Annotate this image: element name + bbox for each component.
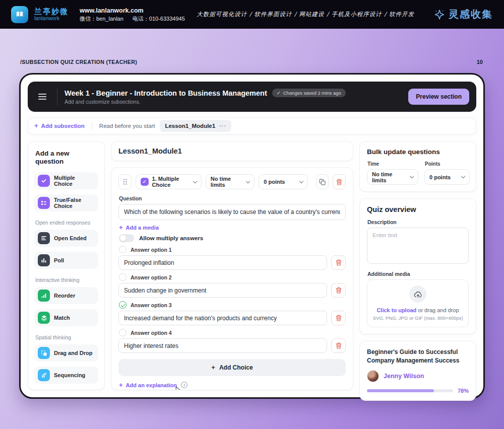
- add-explanation-label: Add an explanation: [126, 382, 177, 388]
- add-media-link[interactable]: + Add a media: [119, 225, 346, 231]
- allow-multiple-toggle[interactable]: [119, 234, 134, 242]
- answer-option-block: Answer option 4: [118, 329, 346, 353]
- correct-answer-radio[interactable]: [119, 329, 127, 336]
- answer-option-label: Answer option 1: [131, 247, 172, 253]
- answer-option-block: Answer option 1: [118, 246, 346, 270]
- info-icon: i: [181, 382, 187, 388]
- promo-topbar: 兰亭妙微 lanlanwork www.lanlanwork.com 微信：be…: [0, 0, 504, 29]
- section-title: Week 1 - Beginner - Introduction to Busi…: [65, 89, 267, 97]
- delete-question-button[interactable]: [333, 174, 346, 189]
- section-header: Week 1 - Beginner - Introduction to Busi…: [28, 82, 476, 112]
- right-rail: Bulk update questions Time No time limit…: [359, 141, 476, 390]
- sidebar-section-spatial: Spatial thinking: [35, 334, 98, 340]
- add-choice-button[interactable]: + Add Choice: [118, 359, 346, 376]
- points-label: Points: [425, 161, 470, 167]
- sidebar-item-poll[interactable]: Poll: [34, 252, 98, 269]
- collection-logo: 灵感收集: [433, 8, 493, 21]
- sidebar-item-label: Reorder: [54, 293, 75, 299]
- preview-section-button[interactable]: Preview section: [408, 89, 469, 105]
- contact-block: www.lanlanwork.com 微信：ben_lanlan 电话：010-…: [80, 7, 185, 23]
- avatar: [367, 370, 379, 382]
- chevron-down-icon: [461, 174, 465, 178]
- brand-name-cn: 兰亭妙微: [34, 8, 69, 16]
- chevron-down-icon: [410, 174, 414, 178]
- drag-box-icon: [38, 347, 50, 359]
- correct-answer-radio[interactable]: [119, 246, 127, 253]
- duplicate-question-button[interactable]: [316, 174, 329, 189]
- check-square-icon: ✓: [141, 178, 149, 186]
- delete-option-button[interactable]: [331, 255, 346, 270]
- add-explanation-link[interactable]: + Add an explanation i: [119, 382, 346, 388]
- progress-bar: [367, 389, 453, 392]
- question-type-sidebar: Add a new question Multiple Choice True/…: [28, 141, 105, 390]
- layers-icon: [38, 312, 50, 324]
- tab-read-before-you-start[interactable]: Read before you start: [99, 123, 155, 129]
- answer-option-input[interactable]: [118, 311, 327, 325]
- delete-option-button[interactable]: [331, 311, 346, 325]
- question-type-select[interactable]: ✓ 1. Multiple Choice: [136, 174, 202, 189]
- check-square-icon: [38, 175, 50, 187]
- sidebar-item-true-false[interactable]: True/False Choice: [34, 194, 98, 211]
- progress-label: 78%: [458, 388, 469, 394]
- plus-icon: +: [119, 225, 123, 230]
- media-upload-dropzone[interactable]: Click to upload or drag and drop SVG, PN…: [367, 279, 469, 327]
- add-choice-label: Add Choice: [219, 364, 253, 371]
- question-input[interactable]: [118, 204, 346, 220]
- quiz-overview-title: Quiz overview: [367, 205, 469, 213]
- bulk-update-card: Bulk update questions Time No time limit…: [359, 141, 476, 192]
- tab-lesson1-module1[interactable]: Lesson1_Module1 ···: [160, 120, 231, 132]
- delete-option-button[interactable]: [331, 283, 346, 298]
- correct-answer-radio[interactable]: [119, 273, 127, 281]
- sidebar-item-label: Open Ended: [54, 235, 87, 241]
- answer-option-input[interactable]: [118, 283, 327, 298]
- sidebar-item-reorder[interactable]: Reorder: [34, 287, 98, 304]
- points-select[interactable]: 0 points: [259, 174, 308, 189]
- description-textarea[interactable]: [367, 228, 469, 264]
- wechat-contact: 微信：ben_lanlan: [80, 15, 123, 23]
- plus-icon: +: [34, 123, 38, 128]
- bulk-time-select[interactable]: No time limits: [367, 169, 418, 185]
- add-subsection-button[interactable]: + Add subsection: [34, 123, 85, 129]
- sidebar-item-open-ended[interactable]: Open Ended: [34, 230, 98, 247]
- sidebar-item-label: Poll: [54, 257, 64, 263]
- course-title: Beginner's Guide to Successful Company M…: [367, 348, 469, 365]
- page-number: 10: [477, 59, 483, 65]
- sidebar-item-label: Match: [54, 315, 70, 321]
- check-icon: ✓: [277, 90, 281, 96]
- collection-label: 灵感收集: [449, 8, 493, 21]
- app-window: Week 1 - Beginner - Introduction to Busi…: [19, 73, 485, 399]
- click-to-upload-link[interactable]: Click to upload: [376, 307, 416, 313]
- delete-option-button[interactable]: [331, 338, 346, 353]
- correct-answer-radio[interactable]: [119, 301, 127, 309]
- answer-option-input[interactable]: [118, 338, 327, 353]
- bulk-points-select[interactable]: 0 points: [424, 169, 470, 185]
- list-icon: [38, 197, 50, 209]
- sidebar-item-multiple-choice[interactable]: Multiple Choice: [34, 172, 98, 189]
- author-name[interactable]: Jenny Wilson: [384, 373, 424, 380]
- sidebar-item-match[interactable]: Match: [34, 309, 98, 326]
- drag-handle[interactable]: [118, 174, 132, 189]
- upload-cloud-icon: [409, 285, 426, 303]
- menu-icon[interactable]: [35, 94, 50, 100]
- plus-icon: +: [211, 365, 215, 370]
- sidebar-item-sequencing[interactable]: Sequencing: [34, 367, 98, 384]
- allow-multiple-label: Allow multiply answers: [139, 235, 203, 241]
- time-limit-select[interactable]: No time limits: [206, 174, 255, 189]
- panel-title: Lesson1_Module1: [111, 141, 353, 161]
- drag-drop-text: or drag and drop: [416, 307, 459, 313]
- bar-chart-icon: [38, 254, 50, 266]
- points-value: 0 points: [264, 179, 296, 185]
- plus-icon: +: [119, 383, 123, 388]
- answer-option-block: Answer option 2: [118, 273, 346, 298]
- answer-option-block: Answer option 3: [118, 301, 346, 325]
- chevron-down-icon: [193, 179, 197, 183]
- answer-option-label: Answer option 4: [131, 330, 172, 336]
- sidebar-item-drag-and-drop[interactable]: Drag and Drop: [34, 344, 98, 362]
- bulk-time-value: No time limits: [372, 171, 407, 183]
- changes-saved-badge: ✓ Changes saved 2 mins ago: [272, 89, 346, 97]
- subsection-tabbar: + Add subsection Read before you start L…: [28, 117, 476, 134]
- sidebar-section-interactive: Interactive thinking: [35, 277, 98, 283]
- question-card: ✓ 1. Multiple Choice No time limits 0 po…: [111, 167, 353, 390]
- answer-option-input[interactable]: [118, 255, 327, 270]
- tab-more-icon[interactable]: ···: [219, 125, 226, 127]
